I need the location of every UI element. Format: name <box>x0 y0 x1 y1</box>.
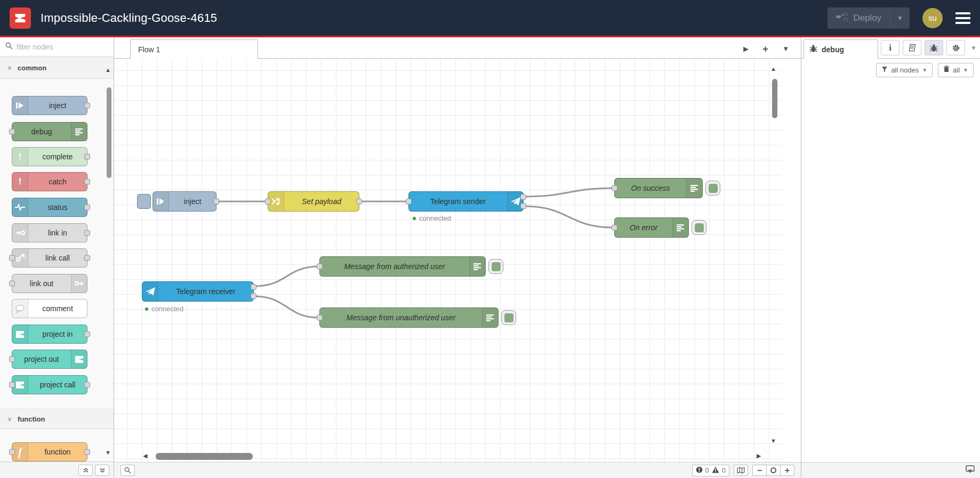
deploy-button[interactable]: Deploy ▼ <box>828 7 910 29</box>
flow-node-on-success[interactable]: On success <box>614 178 703 198</box>
add-flow-button[interactable]: + <box>762 45 768 53</box>
navigator-map-button[interactable] <box>734 465 748 476</box>
input-port[interactable] <box>317 264 323 270</box>
palette-search[interactable] <box>0 37 114 56</box>
notification-counts[interactable]: 0 0 <box>692 465 729 476</box>
main-menu-icon[interactable] <box>955 12 970 24</box>
input-port[interactable] <box>9 255 15 261</box>
palette-filter-input[interactable] <box>17 43 97 51</box>
project-icon <box>12 325 28 343</box>
bug-icon <box>930 44 938 52</box>
palette-node-project-out[interactable]: project out <box>12 350 87 369</box>
debug-enable-toggle[interactable] <box>501 310 516 325</box>
palette-node-link-out[interactable]: link out <box>12 274 87 293</box>
output-port[interactable] <box>84 179 90 185</box>
tab-list-icon[interactable]: ▼ <box>782 45 789 53</box>
inject-button[interactable] <box>137 194 151 209</box>
wire-receiver-authorized[interactable] <box>254 266 319 286</box>
flow-node-msg-unauthorized[interactable]: Message from unautherized user <box>319 307 499 328</box>
palette-node-comment[interactable]: comment <box>12 299 87 318</box>
output-port[interactable] <box>84 449 90 455</box>
palette-node-project-in[interactable]: project in <box>12 325 87 344</box>
canvas-search-button[interactable] <box>121 465 135 476</box>
palette-node-debug[interactable]: debug <box>12 122 87 141</box>
input-port[interactable] <box>406 199 412 205</box>
palette-node-link-call[interactable]: link call <box>12 248 87 268</box>
debug-enable-toggle[interactable] <box>488 259 503 274</box>
flow-node-telegram-receiver[interactable]: Telegram receiver <box>142 281 254 302</box>
output-port-1[interactable] <box>251 284 256 290</box>
wire-sender-onerror[interactable] <box>524 206 614 228</box>
input-port[interactable] <box>9 129 15 135</box>
debug-filter-button[interactable]: all nodes ▼ <box>876 63 933 77</box>
debug-clear-button[interactable]: all ▼ <box>938 63 974 77</box>
debug-enable-toggle[interactable] <box>692 220 706 235</box>
chevron-down-icon: ▼ <box>922 67 927 73</box>
input-port[interactable] <box>9 357 15 362</box>
open-window-icon[interactable] <box>966 465 975 475</box>
zoom-in-button[interactable]: + <box>780 465 794 476</box>
sidebar-tabs-more-icon[interactable]: ▼ <box>968 44 977 52</box>
debug-tab-button[interactable] <box>925 40 943 55</box>
tab-scroll-right-icon[interactable]: ▶ <box>743 45 749 53</box>
wire-receiver-unauthorized[interactable] <box>254 296 319 318</box>
flow-canvas[interactable]: inject Set payload Telegram sender <box>114 59 801 478</box>
wire-sender-onsuccess[interactable] <box>524 188 614 197</box>
palette-node-status[interactable]: status <box>12 198 87 217</box>
tab-flow-1[interactable]: Flow 1 <box>130 39 258 59</box>
input-port[interactable] <box>9 382 15 388</box>
flow-node-on-error[interactable]: On error <box>614 217 689 238</box>
deploy-options-button[interactable]: ▼ <box>890 7 910 29</box>
sidebar-footer <box>801 462 980 478</box>
output-port[interactable] <box>356 199 362 205</box>
flow-node-inject[interactable]: inject <box>152 191 216 212</box>
header: Impossible-Cackling-Goose-4615 Deploy ▼ … <box>0 0 980 37</box>
palette-node-inject[interactable]: inject <box>12 96 87 115</box>
info-tab-button[interactable]: i <box>881 40 899 55</box>
output-port[interactable] <box>84 382 90 388</box>
debug-messages-panel[interactable] <box>801 81 980 462</box>
palette-node-complete[interactable]: ! complete <box>12 147 87 166</box>
debug-enable-toggle[interactable] <box>705 181 720 196</box>
debug-lines-icon <box>482 308 498 327</box>
output-port[interactable] <box>84 331 90 337</box>
input-port[interactable] <box>612 185 617 191</box>
palette-category-common[interactable]: ∨ common <box>0 57 114 79</box>
output-port[interactable] <box>84 103 90 109</box>
palette-node-link-in[interactable]: link in <box>12 223 87 242</box>
zoom-reset-button[interactable] <box>766 465 781 476</box>
output-port[interactable] <box>84 154 90 160</box>
input-port[interactable] <box>317 315 323 321</box>
input-port[interactable] <box>9 281 15 287</box>
debug-toolbar: all nodes ▼ all ▼ <box>801 59 980 81</box>
output-port[interactable] <box>84 205 90 210</box>
palette-category-function[interactable]: ∨ function <box>0 409 114 429</box>
input-port[interactable] <box>265 199 271 205</box>
palette-scroll-down[interactable]: ▼ <box>105 450 111 456</box>
palette-node-project-call[interactable]: project call <box>12 375 87 394</box>
zoom-out-button[interactable]: − <box>752 465 767 476</box>
output-port-2[interactable] <box>251 293 256 299</box>
palette-node-catch[interactable]: ! catch <box>12 172 87 191</box>
help-tab-button[interactable] <box>903 40 921 55</box>
flow-node-telegram-sender[interactable]: Telegram sender <box>408 191 524 212</box>
avatar[interactable]: su <box>922 8 943 28</box>
input-port[interactable] <box>9 449 15 455</box>
config-tab-button[interactable] <box>946 40 965 55</box>
input-port[interactable] <box>612 225 617 231</box>
flow-node-msg-authorized[interactable]: Message from autherized user <box>319 256 486 277</box>
flow-node-set-payload[interactable]: Set payload <box>268 191 359 212</box>
tab-debug[interactable]: debug <box>804 39 878 59</box>
output-port[interactable] <box>213 199 219 205</box>
palette-scrollbar-thumb[interactable] <box>107 87 111 178</box>
output-port-2[interactable] <box>520 203 526 209</box>
output-port[interactable] <box>84 255 90 261</box>
output-port-1[interactable] <box>520 194 526 200</box>
expand-all-button[interactable] <box>95 465 109 476</box>
output-port[interactable] <box>84 230 90 236</box>
palette-scroll-up[interactable]: ▲ <box>105 67 111 73</box>
inject-icon <box>153 192 169 211</box>
palette-node-function[interactable]: f function <box>12 442 87 461</box>
collapse-all-button[interactable] <box>78 465 93 476</box>
warning-icon <box>712 466 719 475</box>
